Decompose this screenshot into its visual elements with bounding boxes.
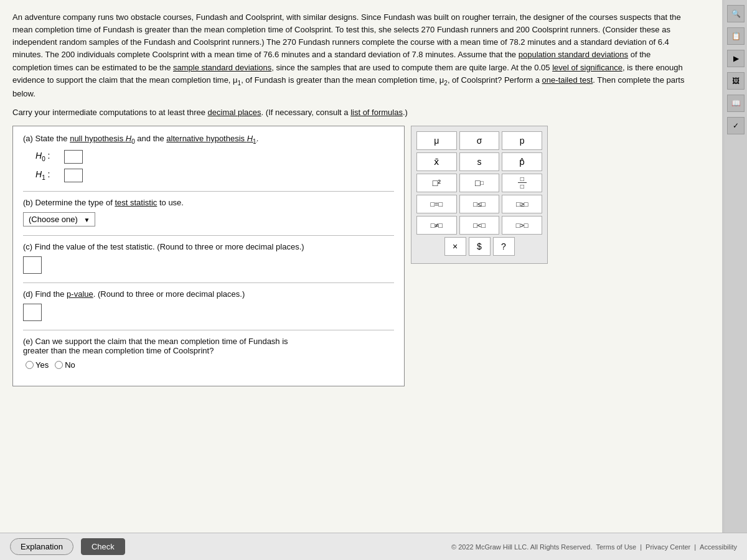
yes-option[interactable]: Yes (26, 360, 49, 370)
accessibility-link[interactable]: Accessibility (700, 543, 737, 551)
right-sidebar: 🔍 📋 ▶ 🖼 📖 ✓ (725, 0, 747, 535)
one-tailed-test-link[interactable]: one-tailed test (542, 75, 593, 85)
h1-input[interactable] (64, 169, 83, 182)
sidebar-icon-clipboard[interactable]: 📋 (727, 27, 745, 45)
level-of-significance-link[interactable]: level of significance (552, 63, 622, 72)
dropdown-label: (Choose one) (29, 215, 78, 224)
list-of-formulas-link[interactable]: list of formulas (350, 108, 403, 117)
null-hypothesis-link[interactable]: null hypothesis H0 (70, 134, 135, 143)
no-radio[interactable] (55, 361, 63, 369)
footer: Explanation Check © 2022 McGraw Hill LLC… (0, 533, 747, 560)
decimal-places-link[interactable]: decimal places (208, 108, 261, 117)
footer-links: © 2022 McGraw Hill LLC. All Rights Reser… (451, 543, 737, 551)
sym-leq[interactable]: □≤□ (459, 195, 500, 213)
part-b-block: (b) Determine the type of test statistic… (23, 198, 394, 226)
sidebar-icon-image[interactable]: 🖼 (727, 72, 745, 90)
sym-gt[interactable]: □>□ (502, 216, 542, 235)
test-statistic-dropdown[interactable]: (Choose one) (23, 212, 95, 226)
sidebar-icon-play[interactable]: ▶ (727, 50, 745, 67)
symbol-row-4: □=□ □≤□ □≥□ (416, 195, 542, 213)
part-a-block: (a) State the null hypothesis H0 and the… (23, 134, 394, 182)
symbol-panel: μ σ p x̄ s p̂ □² □□ □ (411, 126, 548, 264)
sym-phat[interactable]: p̂ (502, 152, 542, 171)
symbol-row-2: x̄ s p̂ (416, 152, 542, 171)
h0-row: H0 : (35, 150, 394, 164)
problem-text: An adventure company runs two obstacle c… (12, 11, 691, 100)
terms-link[interactable]: Terms of Use (596, 543, 636, 551)
part-d-label: (d) Find the p-value. (Round to three or… (23, 289, 394, 299)
h0-label: H0 : (35, 151, 60, 162)
sidebar-icon-book[interactable]: 📖 (727, 95, 745, 112)
p-value-input[interactable] (23, 304, 42, 321)
no-label: No (65, 360, 75, 370)
no-option[interactable]: No (55, 360, 75, 370)
sym-equals[interactable]: □=□ (416, 195, 457, 213)
check-button[interactable]: Check (81, 538, 125, 555)
yes-label: Yes (35, 360, 49, 370)
sym-lt[interactable]: □<□ (459, 216, 500, 235)
part-c-label: (c) Find the value of the test statistic… (23, 242, 394, 251)
sym-xbar[interactable]: x̄ (416, 152, 457, 171)
sym-sigma[interactable]: σ (459, 131, 500, 150)
questions-panel: (a) State the null hypothesis H0 and the… (12, 126, 405, 386)
part-e-block: (e) Can we support the claim that the me… (23, 337, 394, 370)
part-c-block: (c) Find the value of the test statistic… (23, 242, 394, 274)
sym-dollar[interactable]: $ (469, 237, 491, 256)
sidebar-icon-magnify[interactable]: 🔍 (727, 5, 745, 22)
test-statistic-input[interactable] (23, 256, 42, 274)
sample-std-deviations-link[interactable]: sample standard deviations (173, 63, 271, 72)
carry-text: Carry your intermediate computations to … (12, 108, 691, 117)
sym-fraction[interactable]: □ □ (502, 174, 542, 192)
sym-subscript[interactable]: □□ (459, 174, 500, 192)
population-std-deviations-link[interactable]: population standard deviations (519, 50, 628, 59)
symbol-bottom-row: × $ ? (416, 237, 542, 256)
sym-question[interactable]: ? (493, 237, 515, 256)
part-a-label: (a) State the null hypothesis H0 and the… (23, 134, 394, 145)
sym-mu[interactable]: μ (416, 131, 457, 150)
privacy-link[interactable]: Privacy Center (646, 543, 690, 551)
h0-input[interactable] (64, 150, 83, 164)
part-e-label: (e) Can we support the claim that the me… (23, 337, 394, 355)
yes-no-radio-group: Yes No (26, 360, 394, 370)
h1-label: H1 : (35, 169, 60, 181)
sym-times[interactable]: × (444, 237, 466, 256)
p-value-link[interactable]: p-value (67, 289, 93, 299)
explanation-button[interactable]: Explanation (10, 538, 73, 555)
h1-row: H1 : (35, 169, 394, 182)
sym-s[interactable]: s (459, 152, 500, 171)
sym-p[interactable]: p (502, 131, 542, 150)
sym-geq[interactable]: □≥□ (502, 195, 542, 213)
symbol-row-3: □² □□ □ □ (416, 174, 542, 192)
test-statistic-link[interactable]: test statistic (115, 198, 157, 207)
part-b-label: (b) Determine the type of test statistic… (23, 198, 394, 207)
symbol-row-5: □≠□ □<□ □>□ (416, 216, 542, 235)
sym-squared[interactable]: □² (416, 174, 457, 192)
copyright-text: © 2022 McGraw Hill LLC. All Rights Reser… (451, 543, 592, 551)
sym-neq[interactable]: □≠□ (416, 216, 457, 235)
symbol-row-1: μ σ p (416, 131, 542, 150)
sidebar-icon-check[interactable]: ✓ (727, 117, 745, 134)
part-d-block: (d) Find the p-value. (Round to three or… (23, 289, 394, 321)
alt-hypothesis-link[interactable]: alternative hypothesis H1 (166, 134, 256, 143)
yes-radio[interactable] (26, 361, 34, 369)
